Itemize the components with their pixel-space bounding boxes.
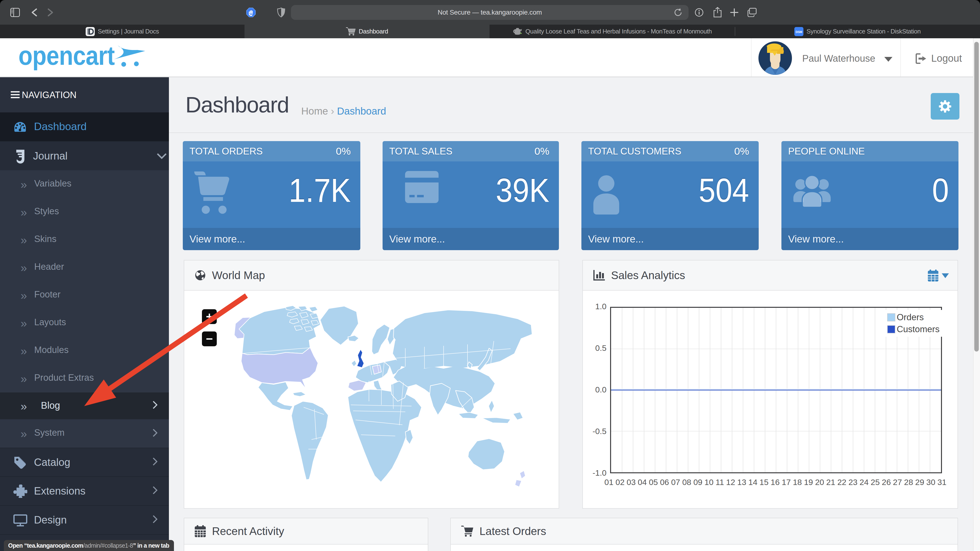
svg-text:DSM: DSM bbox=[795, 30, 802, 34]
